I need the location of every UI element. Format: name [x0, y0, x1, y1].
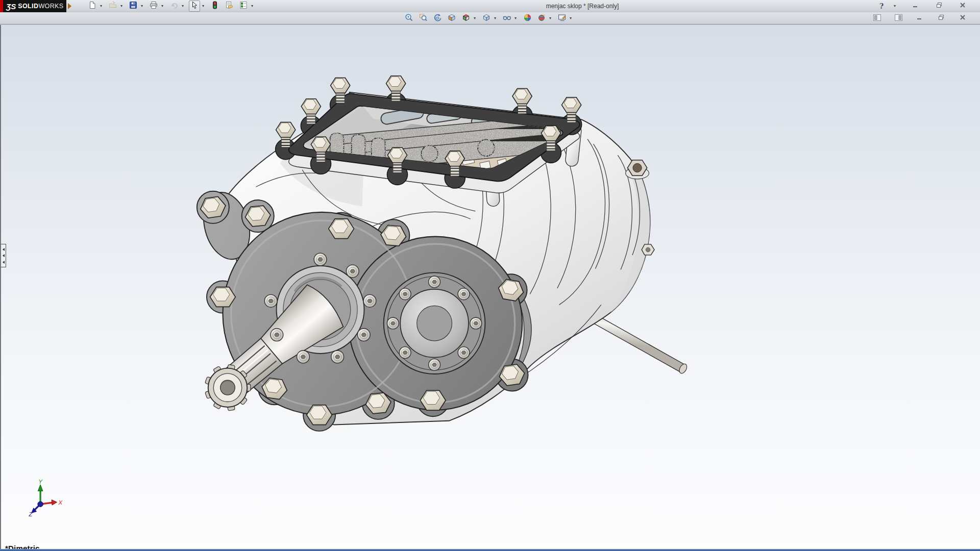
restore-icon — [936, 2, 943, 11]
expand-panel-icon — [3, 261, 5, 264]
new-document-button[interactable] — [87, 1, 98, 12]
pane-left-toggle-button[interactable] — [871, 13, 883, 24]
minimize-button[interactable] — [910, 1, 921, 12]
solidworks-logo-mark: ƷS — [6, 2, 16, 11]
undo-icon — [170, 1, 178, 11]
hide-show-items-button[interactable] — [501, 13, 512, 24]
window-controls: ?▾ — [876, 0, 976, 12]
minimize-icon — [916, 14, 923, 23]
save-dropdown-caret[interactable]: ▾ — [139, 1, 145, 12]
undo-button[interactable] — [168, 1, 180, 12]
hide-show-items-icon — [503, 13, 511, 24]
viewport-left-edge — [0, 25, 1, 549]
rebuild-stoplight-button[interactable] — [209, 1, 220, 12]
doc-restore-button[interactable] — [936, 13, 947, 24]
select-button[interactable] — [189, 1, 200, 12]
display-style-button[interactable] — [481, 13, 492, 24]
rotate-view-button[interactable] — [432, 13, 443, 24]
logo-red-accent — [0, 0, 3, 12]
doc-minimize-button[interactable] — [914, 13, 925, 24]
open-document-button[interactable] — [107, 1, 118, 12]
select-icon — [190, 1, 199, 11]
close-button[interactable] — [957, 1, 968, 12]
close-icon — [959, 2, 966, 11]
edit-appearance-icon — [558, 13, 567, 24]
print-button[interactable] — [148, 1, 159, 12]
options-button[interactable] — [238, 1, 249, 12]
menu-expand-arrow-icon[interactable] — [68, 3, 71, 9]
options-dropdown-caret[interactable]: ▾ — [249, 1, 255, 12]
rear-boss-fitting — [642, 244, 654, 255]
restore-icon — [938, 14, 945, 23]
view-orientation-dropdown-caret[interactable]: ▾ — [472, 13, 478, 24]
save-button[interactable] — [128, 1, 139, 12]
zoom-to-fit-button[interactable] — [403, 13, 414, 24]
display-style-icon — [482, 13, 491, 24]
help-dropdown-caret[interactable]: ▾ — [892, 1, 898, 12]
expand-panel-icon — [3, 254, 5, 257]
solidworks-logo: ƷS SOLIDWORKS — [0, 0, 66, 12]
graphics-viewport[interactable]: Y X Z *Dimetric — [0, 25, 980, 549]
close-icon — [959, 14, 966, 23]
expand-panel-icon — [3, 248, 5, 251]
triad-x-label: X — [58, 499, 62, 506]
document-window-controls — [871, 13, 975, 24]
pane-right-toggle-button[interactable] — [893, 13, 904, 24]
featuremanager-collapsed-tab[interactable] — [1, 244, 6, 267]
apply-scene-button[interactable] — [522, 13, 533, 24]
triad-y-label: Y — [38, 479, 43, 485]
new-document-icon — [88, 1, 96, 11]
restore-button[interactable] — [934, 1, 945, 12]
select-dropdown-caret[interactable]: ▾ — [200, 1, 206, 12]
zoom-to-fit-icon — [405, 13, 413, 24]
undo-dropdown-caret[interactable]: ▾ — [180, 1, 186, 12]
help-button[interactable]: ? — [876, 1, 887, 12]
print-dropdown-caret[interactable]: ▾ — [159, 1, 165, 12]
window-frame-bottom — [0, 549, 980, 551]
edit-appearance-dropdown-caret[interactable]: ▾ — [568, 13, 574, 24]
gearbox-3d-model[interactable]: Y X Z — [0, 25, 980, 549]
zoom-to-area-icon — [419, 13, 428, 24]
open-document-dropdown-caret[interactable]: ▾ — [118, 1, 125, 12]
doc-close-button[interactable] — [957, 13, 968, 24]
rotate-view-icon — [433, 13, 442, 24]
solidworks-logo-works: WORKS — [38, 3, 63, 10]
titlebar: ƷS SOLIDWORKS ▾▾▾▾▾▾▾ menjac sklop * [Re… — [0, 0, 980, 12]
zoom-to-area-button[interactable] — [418, 13, 429, 24]
rebuild-stoplight-icon — [211, 1, 219, 11]
edit-appearance-button[interactable] — [556, 13, 568, 24]
pane-right-icon — [895, 14, 902, 23]
minimize-icon — [912, 2, 919, 11]
display-style-dropdown-caret[interactable]: ▾ — [492, 13, 498, 24]
section-view-button[interactable] — [446, 13, 457, 24]
save-icon — [129, 1, 137, 11]
orientation-label: *Dimetric — [5, 544, 40, 549]
main-toolbar: ▾▾▾▾▾▾▾ — [87, 1, 258, 12]
hide-show-items-dropdown-caret[interactable]: ▾ — [512, 13, 519, 24]
view-settings-icon — [537, 13, 546, 24]
triad-z-label: Z — [28, 511, 33, 517]
options-icon — [239, 1, 248, 11]
apply-scene-icon — [523, 13, 532, 24]
new-document-dropdown-caret[interactable]: ▾ — [98, 1, 104, 12]
section-view-icon — [448, 13, 456, 24]
open-document-icon — [109, 1, 117, 11]
pane-left-icon — [873, 14, 881, 23]
file-properties-icon — [225, 1, 233, 11]
help-icon: ? — [879, 2, 884, 10]
print-icon — [150, 1, 158, 11]
view-settings-button[interactable] — [536, 13, 547, 24]
headsup-view-toolbar: ▾▾▾▾▾ — [403, 13, 577, 24]
solidworks-logo-solid: SOLID — [18, 3, 38, 10]
view-settings-dropdown-caret[interactable]: ▾ — [547, 13, 553, 24]
reference-triad: Y X Z — [28, 479, 62, 517]
view-orientation-button[interactable] — [460, 13, 472, 24]
file-properties-button[interactable] — [224, 1, 235, 12]
view-orientation-icon — [462, 13, 471, 24]
document-title: menjac sklop * [Read-only] — [546, 0, 619, 12]
